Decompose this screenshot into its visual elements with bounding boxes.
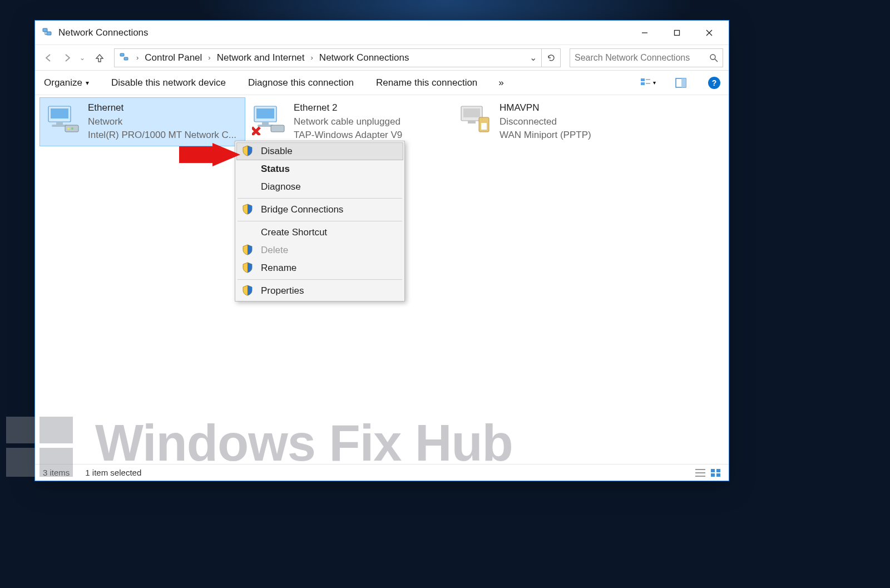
svg-rect-17 <box>51 108 68 118</box>
breadcrumb-bar[interactable]: › Control Panel › Network and Internet ›… <box>114 48 561 67</box>
adapter-status: Network cable unplugged <box>294 115 402 129</box>
view-options-button[interactable]: ▾ <box>639 74 656 92</box>
svg-rect-29 <box>463 108 480 117</box>
adapter-hmavpn[interactable]: HMAVPN Disconnected WAN Miniport (PPTP) <box>451 97 657 146</box>
rename-connection-button[interactable]: Rename this connection <box>373 73 481 93</box>
organize-button[interactable]: Organize▾ <box>41 73 92 93</box>
svg-point-22 <box>71 127 73 130</box>
network-connections-icon <box>42 27 53 38</box>
shield-icon <box>242 244 254 256</box>
adapter-icon <box>457 101 493 137</box>
refresh-button[interactable] <box>541 49 560 67</box>
large-icons-view-icon[interactable] <box>711 469 721 477</box>
help-icon: ? <box>708 77 720 89</box>
titlebar: Network Connections <box>35 21 729 45</box>
adapter-status: Network <box>88 115 236 129</box>
close-button[interactable] <box>693 22 725 44</box>
context-properties[interactable]: Properties <box>236 282 403 300</box>
help-button[interactable]: ? <box>705 74 723 92</box>
disable-device-button[interactable]: Disable this network device <box>108 73 229 93</box>
svg-rect-10 <box>641 78 645 81</box>
menu-separator <box>238 279 402 280</box>
nav-up-button[interactable] <box>92 50 107 66</box>
shield-icon <box>242 262 254 274</box>
toolbar-overflow-button[interactable]: » <box>496 73 506 93</box>
svg-rect-0 <box>43 28 47 32</box>
adapter-name: Ethernet 2 <box>294 101 402 115</box>
status-selected-count: 1 item selected <box>85 468 141 477</box>
svg-rect-7 <box>124 57 128 60</box>
context-rename[interactable]: Rename <box>236 259 403 277</box>
nav-back-button[interactable] <box>41 50 56 66</box>
breadcrumb-network-connections[interactable]: Network Connections <box>318 49 411 67</box>
svg-rect-24 <box>256 108 274 118</box>
svg-rect-32 <box>481 123 487 130</box>
svg-line-9 <box>715 59 718 62</box>
context-menu: Disable Status Diagnose Bridge Connectio… <box>235 141 405 302</box>
svg-rect-30 <box>468 121 476 123</box>
menu-separator <box>238 221 402 221</box>
breadcrumb-sep-icon: › <box>131 53 144 62</box>
search-placeholder: Search Network Connections <box>575 53 709 63</box>
svg-rect-11 <box>641 82 645 85</box>
menu-separator <box>238 198 402 199</box>
adapter-status: Disconnected <box>500 115 591 129</box>
preview-pane-button[interactable] <box>672 74 690 92</box>
breadcrumb-sep-icon: › <box>306 53 318 62</box>
svg-point-8 <box>710 55 715 60</box>
nav-history-chevron-icon[interactable]: ⌄ <box>80 54 85 62</box>
adapter-name: HMAVPN <box>500 101 591 115</box>
search-input[interactable]: Search Network Connections <box>570 48 723 67</box>
svg-point-21 <box>67 127 70 130</box>
svg-rect-38 <box>711 473 715 477</box>
breadcrumb-sep-icon: › <box>203 53 215 62</box>
breadcrumb-dropdown-button[interactable]: ⌄ <box>525 52 541 63</box>
context-status[interactable]: Status <box>236 160 403 178</box>
context-bridge[interactable]: Bridge Connections <box>236 201 403 219</box>
adapter-name: Ethernet <box>88 101 236 115</box>
navbar: ⌄ › Control Panel › Network and Internet… <box>35 45 729 71</box>
context-shortcut[interactable]: Create Shortcut <box>236 224 403 241</box>
context-delete: Delete <box>236 241 403 259</box>
svg-rect-25 <box>262 122 269 125</box>
adapter-ethernet-2[interactable]: Ethernet 2 Network cable unplugged TAP-W… <box>245 97 451 146</box>
window-title: Network Connections <box>58 27 629 38</box>
svg-rect-39 <box>716 473 720 477</box>
diagnose-connection-button[interactable]: Diagnose this connection <box>245 73 357 93</box>
breadcrumb-network-internet[interactable]: Network and Internet <box>216 49 306 67</box>
toolbar: Organize▾ Disable this network device Di… <box>35 71 729 95</box>
svg-rect-37 <box>716 469 720 472</box>
svg-rect-35 <box>695 476 705 477</box>
breadcrumb-control-panel[interactable]: Control Panel <box>144 49 203 67</box>
svg-rect-3 <box>675 30 680 35</box>
context-diagnose[interactable]: Diagnose <box>236 178 403 196</box>
shield-icon <box>242 204 254 216</box>
svg-rect-34 <box>695 472 705 473</box>
search-icon <box>709 53 718 62</box>
minimize-button[interactable] <box>629 22 661 44</box>
svg-rect-1 <box>47 32 51 35</box>
svg-rect-6 <box>120 53 124 56</box>
svg-rect-33 <box>695 469 705 470</box>
statusbar: 3 items 1 item selected <box>35 464 729 481</box>
svg-rect-36 <box>711 469 715 472</box>
adapter-icon <box>251 101 287 137</box>
adapter-icon <box>46 101 81 137</box>
adapter-desc: Intel(R) PRO/1000 MT Network C... <box>88 129 236 142</box>
shield-icon <box>242 285 254 297</box>
context-disable[interactable]: Disable <box>236 142 403 160</box>
details-view-icon[interactable] <box>695 469 705 477</box>
adapter-desc: WAN Miniport (PPTP) <box>500 129 591 142</box>
adapter-ethernet[interactable]: Ethernet Network Intel(R) PRO/1000 MT Ne… <box>39 97 245 146</box>
breadcrumb-icon <box>118 53 131 63</box>
maximize-button[interactable] <box>661 22 693 44</box>
svg-rect-27 <box>271 125 284 132</box>
svg-rect-18 <box>56 122 63 125</box>
nav-forward-button[interactable] <box>60 50 75 66</box>
shield-icon <box>242 145 254 157</box>
svg-rect-15 <box>681 78 686 87</box>
status-item-count: 3 items <box>43 468 70 477</box>
